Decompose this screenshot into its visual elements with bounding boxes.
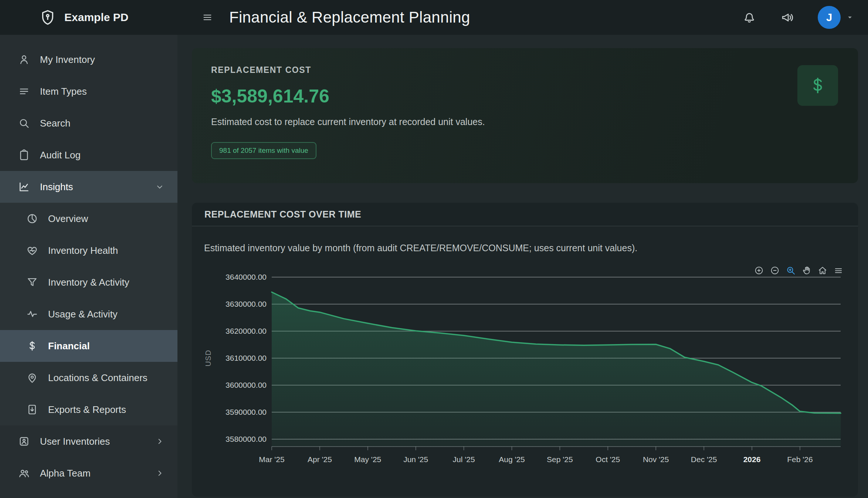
topbar: Example PD Financial & Replacement Plann… — [0, 0, 868, 35]
x-axis-label: Sep '25 — [547, 455, 573, 464]
area-fill — [272, 292, 841, 447]
heart-pulse-icon — [26, 244, 38, 257]
x-axis-label: Mar '25 — [259, 455, 284, 464]
map-pin-icon — [26, 371, 38, 384]
search-icon — [18, 117, 30, 129]
main-content: REPLACEMENT COST $3,589,614.76 Estimated… — [177, 35, 868, 498]
items-with-value-badge: 981 of 2057 items with value — [211, 142, 316, 159]
sidebar-item-label: Exports & Reports — [48, 404, 165, 415]
sidebar-item-label: Search — [40, 118, 165, 129]
replacement-cost-amount: $3,589,614.76 — [211, 85, 839, 107]
dollar-icon — [807, 75, 828, 96]
sidebar-nav: My InventoryItem TypesSearchAudit LogIns… — [0, 35, 177, 489]
sidebar-item-label: Insights — [40, 181, 145, 193]
sidebar-item-overview[interactable]: Overview — [0, 203, 177, 235]
dollar-icon — [26, 340, 38, 352]
sidebar-item-exports-reports[interactable]: Exports & Reports — [0, 394, 177, 425]
sidebar-item-label: Usage & Activity — [48, 309, 165, 320]
chart-card-header: REPLACEMENT COST OVER TIME — [192, 203, 858, 226]
sidebar-item-financial[interactable]: Financial — [0, 330, 177, 362]
clipboard-icon — [18, 149, 30, 161]
x-axis-label: Feb '26 — [787, 455, 813, 464]
activity-icon — [26, 308, 38, 320]
y-axis-label: 3640000.00 — [226, 273, 267, 281]
announcements-megaphone-button[interactable] — [780, 10, 794, 24]
sidebar-item-locations-containers[interactable]: Locations & Containers — [0, 362, 177, 394]
y-axis-title: USD — [204, 350, 212, 366]
brand[interactable]: Example PD — [0, 9, 177, 26]
user-menu[interactable]: J — [818, 6, 855, 29]
sidebar-item-label: Overview — [48, 213, 165, 225]
sidebar-item-alpha-team[interactable]: Alpha Team — [0, 457, 177, 489]
pie-chart-icon — [26, 212, 38, 225]
sidebar-item-insights[interactable]: Insights — [0, 171, 177, 203]
x-axis-label: May '25 — [354, 455, 381, 464]
menu-button[interactable] — [833, 265, 844, 276]
chevron-right-icon — [155, 468, 165, 478]
replacement-cost-over-time-card: REPLACEMENT COST OVER TIME Estimated inv… — [192, 203, 858, 497]
selection-zoom-button[interactable] — [786, 265, 796, 276]
notifications-bell-button[interactable] — [742, 10, 756, 24]
chart-card-body: Estimated inventory value by month (from… — [192, 243, 858, 474]
sidebar-item-search[interactable]: Search — [0, 107, 177, 139]
x-axis-label: Nov '25 — [643, 455, 669, 464]
team-icon — [18, 467, 30, 480]
y-axis-label: 3590000.00 — [226, 408, 267, 416]
sidebar-item-audit-log[interactable]: Audit Log — [0, 139, 177, 171]
x-axis-label: Jul '25 — [453, 455, 475, 464]
sidebar-item-label: Alpha Team — [40, 468, 145, 479]
y-axis-label: 3600000.00 — [226, 381, 267, 389]
replacement-cost-title: REPLACEMENT COST — [211, 65, 839, 75]
sidebar-item-item-types[interactable]: Item Types — [0, 75, 177, 107]
chart-line-icon — [18, 181, 30, 193]
sidebar-item-usage-activity[interactable]: Usage & Activity — [0, 298, 177, 330]
sidebar-item-label: Locations & Containers — [48, 372, 165, 384]
dollar-tile — [797, 65, 838, 106]
sidebar-item-label: Financial — [48, 340, 165, 352]
topbar-actions: J — [742, 6, 868, 29]
home-button[interactable] — [817, 265, 828, 276]
sidebar-item-label: Audit Log — [40, 149, 165, 161]
x-axis-label: Dec '25 — [691, 455, 717, 464]
org-name: Example PD — [64, 11, 128, 24]
sidebar-item-label: Item Types — [40, 86, 165, 97]
replacement-cost-chart[interactable]: 3640000.003630000.003620000.003610000.00… — [204, 260, 846, 473]
sidebar-item-label: Inventory & Activity — [48, 277, 165, 288]
sidebar-item-my-inventory[interactable]: My Inventory — [0, 44, 177, 75]
replacement-cost-card: REPLACEMENT COST $3,589,614.76 Estimated… — [192, 48, 858, 183]
chart-subtitle: Estimated inventory value by month (from… — [204, 243, 846, 253]
export-doc-icon — [26, 403, 38, 416]
sidebar-item-user-inventories[interactable]: User Inventories — [0, 425, 177, 457]
y-axis-label: 3580000.00 — [226, 435, 267, 443]
user-badge-icon — [18, 435, 30, 448]
y-axis-label: 3620000.00 — [226, 327, 267, 335]
replacement-cost-description: Estimated cost to replace current invent… — [211, 117, 839, 127]
x-axis-label: Jun '25 — [403, 455, 428, 464]
sidebar-item-inventory-activity[interactable]: Inventory & Activity — [0, 266, 177, 298]
zoom-out-button[interactable] — [770, 265, 780, 276]
user-avatar[interactable]: J — [818, 6, 841, 29]
zoom-in-button[interactable] — [754, 265, 764, 276]
list-icon — [18, 85, 30, 98]
y-axis-label: 3630000.00 — [226, 300, 267, 308]
sidebar: My InventoryItem TypesSearchAudit LogIns… — [0, 35, 177, 498]
y-axis-label: 3610000.00 — [226, 354, 267, 362]
caret-down-icon — [845, 13, 855, 22]
chevron-down-icon — [155, 182, 165, 192]
sidebar-toggle-button[interactable] — [202, 12, 213, 23]
sidebar-item-label: Inventory Health — [48, 245, 165, 256]
x-axis-label: Aug '25 — [499, 455, 525, 464]
x-axis-label: 2026 — [743, 455, 761, 464]
x-axis-label: Apr '25 — [308, 455, 332, 464]
chart-toolbar — [754, 265, 844, 276]
sidebar-item-label: User Inventories — [40, 436, 145, 447]
chart-card-title: REPLACEMENT COST OVER TIME — [204, 209, 361, 220]
shield-logo-icon — [39, 9, 56, 26]
funnel-icon — [26, 276, 38, 289]
x-axis-label: Oct '25 — [596, 455, 620, 464]
person-icon — [18, 53, 30, 66]
chart-area: 3640000.003630000.003620000.003610000.00… — [204, 260, 846, 474]
page-title: Financial & Replacement Planning — [229, 9, 470, 26]
sidebar-item-inventory-health[interactable]: Inventory Health — [0, 235, 177, 266]
pan-button[interactable] — [801, 265, 812, 276]
